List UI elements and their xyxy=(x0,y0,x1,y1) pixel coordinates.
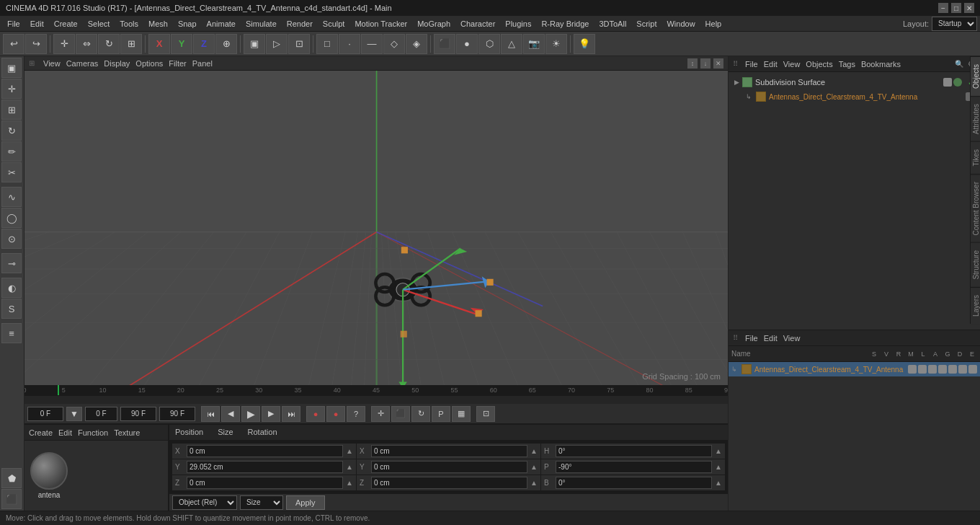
antenna-props-row[interactable]: ↳ Antennas_Direct_Clearstream_4_TV_Anten… xyxy=(729,362,980,376)
objects-objects-menu[interactable]: Objects xyxy=(806,60,832,69)
menu-file[interactable]: File xyxy=(3,18,24,30)
tab-tikes[interactable]: Tikes xyxy=(971,141,980,174)
menu-mesh[interactable]: Mesh xyxy=(144,18,172,30)
cube-button[interactable]: ⬛ xyxy=(434,34,455,54)
add-keyframe-button[interactable]: ✛ xyxy=(371,406,390,422)
layer-tool[interactable]: ≡ xyxy=(1,323,22,343)
coord-x-size-up[interactable]: ▲ xyxy=(530,447,538,455)
polygon-pen[interactable]: ✏ xyxy=(1,141,22,162)
coord-b-rot-up[interactable]: ▲ xyxy=(715,479,722,487)
help-button[interactable]: ? xyxy=(347,406,365,422)
selection-tool[interactable]: ▣ xyxy=(1,58,22,78)
antenna-object-row[interactable]: ↳ Antennas_Direct_Clearstream_4_TV_Anten… xyxy=(731,89,977,104)
preview-end-input[interactable] xyxy=(159,407,195,421)
material-item[interactable]: antena xyxy=(30,452,68,499)
point-mode-button[interactable]: · xyxy=(339,34,360,54)
mesh-button[interactable]: ⬡ xyxy=(478,34,500,54)
vp-menu-view[interactable]: View xyxy=(43,59,61,68)
polygon-mode-button[interactable]: ◇ xyxy=(383,34,405,54)
menu-tools[interactable]: Tools xyxy=(115,18,143,30)
current-frame-input[interactable] xyxy=(27,407,63,421)
apply-button[interactable]: Apply xyxy=(286,495,325,510)
go-to-end-button[interactable]: ⏭ xyxy=(282,406,300,422)
render-active-view-button[interactable]: ▷ xyxy=(266,34,288,54)
material-create-menu[interactable]: Create xyxy=(29,428,53,437)
scale-tool[interactable]: ⊞ xyxy=(1,100,22,120)
menu-animate[interactable]: Animate xyxy=(202,18,240,30)
coord-y-position-input[interactable] xyxy=(187,461,343,473)
coord-b-rotation-input[interactable] xyxy=(556,477,712,489)
knife-tool[interactable]: ✂ xyxy=(1,162,22,182)
minimize-button[interactable]: − xyxy=(938,3,948,13)
maximize-button[interactable]: □ xyxy=(951,3,961,13)
spline-tool[interactable]: ∿ xyxy=(1,187,22,207)
camera-button[interactable]: 📷 xyxy=(523,34,545,54)
y-axis-button[interactable]: Y xyxy=(171,34,192,54)
props-edit-menu[interactable]: Edit xyxy=(764,334,778,343)
paint-tool[interactable]: ◐ xyxy=(1,278,22,298)
measure-tool[interactable]: ⊸ xyxy=(1,253,22,273)
menu-script[interactable]: Script xyxy=(632,18,661,30)
edge-mode-button[interactable]: — xyxy=(361,34,383,54)
coord-y-pos-up[interactable]: ▲ xyxy=(346,463,353,471)
playhead[interactable] xyxy=(58,385,59,395)
menu-create[interactable]: Create xyxy=(50,18,82,30)
z-axis-button[interactable]: Z xyxy=(193,34,215,54)
menu-character[interactable]: Character xyxy=(456,18,499,30)
objects-view-menu[interactable]: View xyxy=(783,60,801,69)
smooth-tool[interactable]: ◯ xyxy=(1,208,22,228)
all-axis-button[interactable]: ⊕ xyxy=(215,34,237,54)
play-button[interactable]: ▶ xyxy=(241,406,260,422)
expand-arrow[interactable]: ▶ xyxy=(734,79,739,86)
delete-keyframe-button[interactable]: ⬛ xyxy=(391,406,410,422)
magnet-tool[interactable]: ⊙ xyxy=(1,229,22,249)
go-to-start-button[interactable]: ⏮ xyxy=(201,406,220,422)
close-button[interactable]: ✕ xyxy=(964,3,974,13)
coord-z-size-up[interactable]: ▲ xyxy=(530,479,538,487)
timeline-options-button[interactable]: ▦ xyxy=(452,406,471,422)
step-back-button[interactable]: ◀ xyxy=(221,406,240,422)
props-view-menu[interactable]: View xyxy=(783,334,801,343)
vp-menu-panel[interactable]: Panel xyxy=(192,59,213,68)
rotate-tool[interactable]: ↻ xyxy=(1,120,22,141)
menu-plugins[interactable]: Plugins xyxy=(501,18,535,30)
menu-mograph[interactable]: MoGraph xyxy=(413,18,455,30)
objects-edit-menu[interactable]: Edit xyxy=(764,60,778,69)
menu-window[interactable]: Window xyxy=(662,18,699,30)
move-tool-button[interactable]: ✛ xyxy=(53,34,75,54)
edit-tool[interactable]: S xyxy=(1,299,22,319)
menu-motion-tracker[interactable]: Motion Tracker xyxy=(350,18,411,30)
render-picture-viewer-button[interactable]: ⊡ xyxy=(288,34,310,54)
start-frame-input[interactable] xyxy=(85,407,117,421)
vp-menu-options[interactable]: Options xyxy=(135,59,163,68)
landscape-button[interactable]: △ xyxy=(501,34,522,54)
viewport[interactable]: Perspective xyxy=(24,71,728,385)
auto-key-button[interactable]: ↻ xyxy=(411,406,430,422)
vp-menu-cameras[interactable]: Cameras xyxy=(66,59,99,68)
menu-edit[interactable]: Edit xyxy=(26,18,48,30)
move-tool[interactable]: ✛ xyxy=(1,79,22,99)
menu-3dtoall[interactable]: 3DToAll xyxy=(594,18,631,30)
coord-x-position-input[interactable] xyxy=(187,445,343,457)
coord-x-pos-up[interactable]: ▲ xyxy=(346,447,353,455)
record-position-button[interactable]: ● xyxy=(306,406,325,422)
redo-button[interactable]: ↪ xyxy=(25,34,47,54)
objects-tags-menu[interactable]: Tags xyxy=(839,60,855,69)
viewport-expand[interactable]: ✕ xyxy=(713,58,723,69)
render-region-button[interactable]: ▣ xyxy=(244,34,265,54)
menu-render[interactable]: Render xyxy=(282,18,317,30)
coord-unit-select[interactable]: Size xyxy=(240,495,283,510)
coord-mode-select[interactable]: Object (Rel) xyxy=(172,495,237,510)
rotate-tool-button[interactable]: ↻ xyxy=(98,34,120,54)
menu-sculpt[interactable]: Sculpt xyxy=(318,18,349,30)
material-function-menu[interactable]: Function xyxy=(78,428,108,437)
vp-menu-display[interactable]: Display xyxy=(104,59,130,68)
motion-path-button[interactable]: P xyxy=(432,406,450,422)
scale-tool-button[interactable]: ⇔ xyxy=(76,34,97,54)
viewport-maximize[interactable]: ↕ xyxy=(687,58,698,69)
timeline-track[interactable] xyxy=(24,395,728,404)
material-texture-menu[interactable]: Texture xyxy=(114,428,140,437)
object-mode-button[interactable]: □ xyxy=(316,34,338,54)
step-forward-button[interactable]: ▶ xyxy=(262,406,280,422)
layout-select[interactable]: Startup xyxy=(932,17,977,31)
